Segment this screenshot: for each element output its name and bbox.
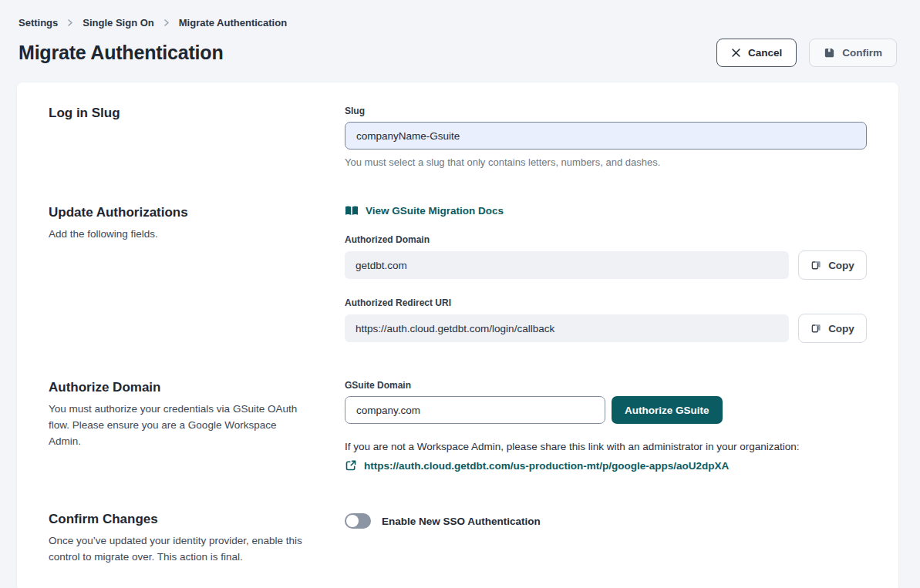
redirect-uri-label: Authorized Redirect URI [345, 297, 867, 308]
login-slug-heading: Log in Slug [49, 106, 314, 121]
gsuite-migration-docs-link-label: View GSuite Migration Docs [366, 205, 504, 217]
gsuite-domain-label: GSuite Domain [345, 380, 867, 391]
copy-icon [810, 323, 822, 334]
update-authorizations-description: Add the following fields. [49, 227, 305, 243]
admin-share-link-label: https://auth.cloud.getdbt.com/us-product… [364, 460, 729, 472]
section-update-authorizations: Update Authorizations Add the following … [49, 205, 867, 343]
settings-card: Log in Slug Slug You must select a slug … [17, 82, 898, 588]
external-link-icon [345, 459, 357, 472]
gsuite-domain-input[interactable] [345, 396, 605, 424]
page-header: Settings Single Sign On Migrate Authenti… [0, 0, 920, 67]
copy-authorized-domain-button[interactable]: Copy [798, 250, 867, 280]
confirm-button-label: Confirm [842, 47, 882, 59]
confirm-changes-description: Once you’ve updated your identity provid… [49, 533, 305, 566]
breadcrumb-item-settings[interactable]: Settings [19, 17, 58, 29]
section-confirm-changes: Confirm Changes Once you’ve updated your… [49, 512, 867, 566]
copy-button-label: Copy [828, 323, 854, 334]
slug-label: Slug [345, 106, 867, 116]
chevron-right-icon [163, 18, 170, 27]
gsuite-migration-docs-link[interactable]: View GSuite Migration Docs [345, 205, 504, 217]
cancel-button[interactable]: Cancel [716, 39, 797, 67]
authorized-domain-label: Authorized Domain [345, 234, 867, 245]
admin-share-link[interactable]: https://auth.cloud.getdbt.com/us-product… [345, 459, 729, 472]
authorized-domain-value: getdbt.com [345, 251, 789, 279]
enable-sso-toggle[interactable] [345, 513, 371, 529]
book-icon [345, 205, 359, 217]
update-authorizations-heading: Update Authorizations [49, 205, 314, 220]
breadcrumb: Settings Single Sign On Migrate Authenti… [19, 17, 897, 29]
breadcrumb-item-single-sign-on[interactable]: Single Sign On [83, 17, 153, 29]
section-authorize-domain: Authorize Domain You must authorize your… [49, 380, 867, 475]
enable-sso-toggle-label: Enable New SSO Authentication [382, 516, 541, 527]
header-actions: Cancel Confirm [716, 39, 897, 67]
confirm-button[interactable]: Confirm [809, 39, 897, 67]
slug-input[interactable] [345, 122, 867, 150]
workspace-admin-note: If you are not a Workspace Admin, please… [345, 441, 867, 452]
authorize-gsuite-button[interactable]: Authorize GSuite [612, 396, 723, 424]
slug-help-text: You must select a slug that only contain… [345, 156, 867, 168]
copy-button-label: Copy [828, 260, 854, 271]
chevron-right-icon [66, 18, 74, 27]
authorize-domain-description: You must authorize your credentials via … [49, 402, 305, 450]
cancel-button-label: Cancel [748, 47, 782, 59]
copy-icon [810, 260, 822, 271]
toggle-knob [346, 515, 359, 527]
breadcrumb-item-current: Migrate Authentication [179, 17, 287, 29]
page-title: Migrate Authentication [19, 42, 224, 64]
save-icon [824, 47, 835, 59]
authorize-domain-heading: Authorize Domain [49, 380, 314, 395]
confirm-changes-heading: Confirm Changes [49, 512, 314, 527]
redirect-uri-value: https://auth.cloud.getdbt.com/login/call… [345, 314, 789, 342]
copy-redirect-uri-button[interactable]: Copy [798, 314, 867, 343]
x-icon [731, 48, 741, 58]
section-login-slug: Log in Slug Slug You must select a slug … [49, 106, 867, 168]
